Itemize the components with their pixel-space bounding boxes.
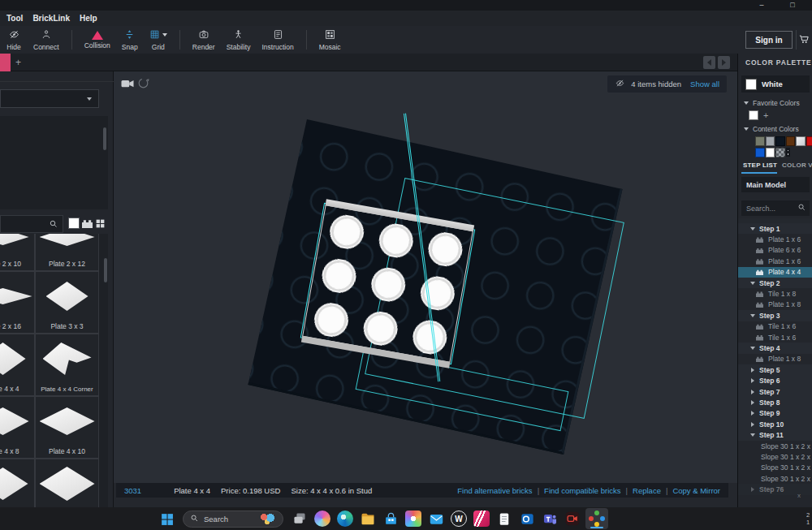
collision-button[interactable]: Collision (79, 26, 116, 54)
step-item[interactable]: Plate 1 x 8 (738, 299, 812, 310)
current-color-selector[interactable]: White (741, 75, 810, 93)
step-header[interactable]: Step 6 (738, 375, 812, 386)
model-selector[interactable]: Main Model (741, 177, 810, 192)
step-header[interactable]: Step 5 (738, 364, 812, 375)
tab-scroll-right-button[interactable] (718, 56, 730, 69)
palette-category-dropdown[interactable] (0, 89, 99, 108)
step-header[interactable]: Step 76 (738, 484, 812, 494)
more-colors-icon[interactable] (786, 148, 790, 157)
step-search-input[interactable]: Search... (741, 200, 810, 216)
taskbar-clock-clipped[interactable]: 2 1 (806, 511, 812, 526)
step-header[interactable]: Step 3 (738, 310, 812, 321)
taskbar-search-input[interactable]: Search (183, 511, 283, 528)
cart-button[interactable] (796, 30, 811, 50)
tab-color-validator[interactable]: COLOR VAL (782, 162, 812, 169)
step-header[interactable]: Step 10 (738, 419, 812, 429)
content-colors-header[interactable]: Content Colors (745, 125, 799, 133)
palette-scrollbar[interactable] (104, 258, 107, 282)
notepad-icon[interactable] (495, 509, 514, 528)
studio-app-icon-active[interactable] (585, 508, 608, 529)
snap-button[interactable]: Snap (116, 26, 144, 54)
step-item[interactable]: Slope 30 1 x 2 x 2/.. (738, 463, 812, 473)
palette-item[interactable] (35, 459, 99, 507)
part-id-link[interactable]: 3031 (124, 486, 141, 495)
palette-item[interactable]: Plate 4 x 8 (0, 396, 35, 459)
step-item[interactable]: Tile 1 x 6 (738, 321, 812, 332)
palette-item[interactable]: Plate 4 x 4 (0, 334, 35, 396)
step-item[interactable]: Plate 1 x 8 (738, 354, 812, 364)
camera-icon[interactable] (120, 78, 135, 92)
step-header[interactable]: Step 1 (738, 223, 812, 234)
content-color-swatch[interactable] (806, 136, 812, 146)
palette-item[interactable] (0, 459, 35, 507)
find-alternative-bricks-link[interactable]: Find alternative bricks (457, 486, 532, 495)
teams-icon[interactable] (540, 509, 559, 528)
task-view-button[interactable] (290, 509, 309, 528)
window-minimize-button[interactable]: – (755, 0, 768, 11)
palette-preview-area[interactable] (0, 116, 108, 209)
show-all-link[interactable]: Show all (690, 80, 719, 88)
palette-item[interactable]: Plate 4 x 4 Corner (35, 334, 99, 396)
step-header[interactable]: Step 11 (738, 429, 812, 440)
menu-bricklink[interactable]: BrickLink (32, 14, 70, 23)
new-tab-button[interactable]: + (15, 54, 21, 71)
content-color-swatch[interactable] (755, 148, 765, 157)
photos-icon[interactable] (404, 509, 423, 528)
clipped-tab-icon[interactable] (0, 54, 11, 71)
step-item[interactable]: Slope 30 1 x 2 x 2/.. (738, 441, 812, 451)
mail-icon[interactable] (426, 509, 446, 528)
w-app-icon[interactable]: W (449, 509, 469, 528)
outlook-icon[interactable] (517, 509, 537, 528)
step-item[interactable]: Plate 1 x 6 (738, 256, 812, 266)
step-item[interactable]: Slope 30 1 x 2 x 2/.. (738, 451, 812, 462)
instruction-button[interactable]: Instruction (256, 26, 299, 54)
grid-button[interactable]: Grid (144, 26, 173, 54)
favorite-color-swatch[interactable] (749, 110, 758, 120)
step-item[interactable]: Slope 30 1 x 2 x 2/.. (738, 473, 812, 484)
stability-button[interactable]: Stability (221, 26, 257, 54)
content-color-swatch[interactable] (796, 136, 806, 146)
tab-scroll-left-button[interactable] (703, 56, 715, 69)
current-color-swatch-button[interactable] (68, 218, 80, 229)
menu-help[interactable]: Help (80, 14, 97, 23)
orbit-icon[interactable] (136, 76, 150, 92)
brick-view-icon[interactable] (82, 218, 93, 228)
step-header[interactable]: Step 4 (738, 343, 812, 353)
step-header[interactable]: Step 8 (738, 397, 812, 407)
step-item[interactable]: Tile 1 x 8 (738, 288, 812, 299)
content-color-swatch[interactable] (766, 148, 775, 157)
sign-in-button[interactable]: Sign in (745, 31, 793, 49)
tab-step-list[interactable]: STEP LIST (743, 162, 777, 169)
replace-link[interactable]: Replace (633, 486, 661, 495)
file-explorer-icon[interactable] (358, 509, 378, 528)
step-item[interactable]: Plate 6 x 6 (738, 245, 812, 256)
step-item[interactable]: Plate 1 x 6 (738, 234, 812, 244)
connect-button[interactable]: Connect (28, 26, 65, 54)
3d-viewport[interactable]: 4 items hidden Show all (114, 71, 737, 483)
palette-item[interactable]: Plate 2 x 10 (0, 234, 35, 271)
forza-icon[interactable] (472, 509, 491, 528)
palette-item[interactable]: Plate 2 x 16 (0, 271, 35, 334)
palette-search-input[interactable] (0, 215, 63, 233)
palette-item[interactable]: Plate 2 x 12 (35, 234, 99, 271)
preview-scrollbar[interactable] (103, 127, 106, 150)
hide-button[interactable]: Hide (0, 26, 28, 54)
window-maximize-button[interactable]: □ (786, 0, 799, 11)
content-color-swatch[interactable] (775, 136, 785, 146)
grid-view-icon[interactable] (95, 218, 106, 231)
find-compatible-bricks-link[interactable]: Find compatible bricks (544, 486, 621, 495)
step-item-selected[interactable]: Plate 4 x 4 (738, 267, 812, 278)
add-favorite-color-button[interactable]: + (763, 111, 768, 120)
transparent-color-swatch[interactable] (775, 148, 785, 157)
step-header[interactable]: Step 2 (738, 278, 812, 288)
screen-recorder-icon[interactable] (563, 509, 582, 528)
step-item[interactable]: Tile 1 x 6 (738, 332, 812, 343)
step-header[interactable]: Step 9 (738, 408, 812, 419)
edge-icon[interactable] (335, 509, 355, 528)
content-color-swatch[interactable] (766, 136, 775, 146)
start-button[interactable] (157, 509, 176, 528)
mosaic-button[interactable]: Mosaic (313, 26, 347, 54)
copilot-icon[interactable] (313, 509, 332, 528)
panel-resize-glyph[interactable]: x (797, 492, 801, 499)
palette-item[interactable]: Plate 4 x 10 (35, 396, 99, 459)
